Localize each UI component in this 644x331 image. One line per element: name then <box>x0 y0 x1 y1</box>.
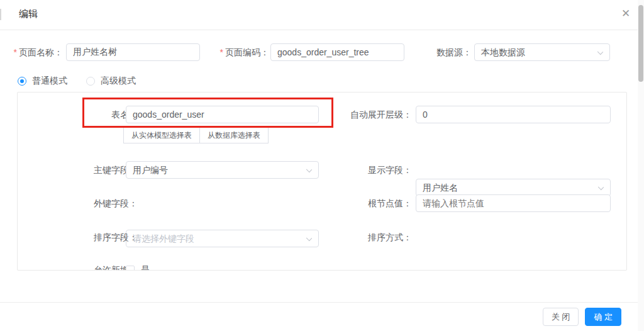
sort-order-label: 排序方式： <box>288 228 412 246</box>
sort-field-label: 排序字段： <box>17 228 138 246</box>
mode-radio-group: 普通模式 高级模式 <box>18 76 136 87</box>
auto-expand-field-wrap <box>416 106 611 123</box>
page-name-field-wrap <box>66 43 200 61</box>
radio-unselected-icon <box>86 77 95 86</box>
foreign-key-placeholder: 请选择外键字段 <box>133 233 194 244</box>
datasource-label: 数据源： <box>409 43 472 61</box>
confirm-button[interactable]: 确 定 <box>585 308 621 326</box>
foreign-key-label: 外键字段： <box>17 194 138 212</box>
page-name-input[interactable] <box>66 43 200 61</box>
page-code-input[interactable] <box>270 43 404 61</box>
footer-divider <box>0 302 644 303</box>
auto-expand-input[interactable] <box>416 106 611 123</box>
checkbox-icon[interactable] <box>126 266 135 271</box>
normal-mode-panel: 表名： 自动展开层级： 从实体模型选择表 从数据库选择表 主键字段： 用户编号 … <box>17 92 627 271</box>
datasource-value: 本地数据源 <box>481 47 525 57</box>
radio-selected-icon <box>18 77 26 86</box>
allow-add-label: 允许新增： <box>17 261 138 271</box>
dialog-title: 编辑 <box>19 8 38 20</box>
page-code-label: 页面编码： <box>201 43 269 61</box>
display-field-label: 显示字段： <box>288 161 412 179</box>
vertical-scrollbar-thumb[interactable] <box>638 5 643 82</box>
select-from-db-button[interactable]: 从数据库选择表 <box>199 127 269 143</box>
radio-normal-mode[interactable]: 普通模式 <box>18 76 67 87</box>
left-edge-artifact <box>0 9 1 20</box>
root-node-input[interactable] <box>416 194 611 212</box>
close-button[interactable]: 关 闭 <box>543 308 579 326</box>
footer: 关 闭 确 定 <box>0 308 638 326</box>
radio-normal-mode-label: 普通模式 <box>32 76 67 87</box>
table-name-label: 表名： <box>17 106 138 123</box>
page-name-label: 页面名称： <box>0 43 63 61</box>
display-field-value: 用户姓名 <box>423 182 458 193</box>
table-select-buttons: 从实体模型选择表 从数据库选择表 <box>123 127 269 143</box>
chevron-down-icon <box>598 184 604 190</box>
radio-advanced-mode[interactable]: 高级模式 <box>86 76 136 87</box>
close-icon[interactable]: ✕ <box>619 7 633 20</box>
page-code-field-wrap <box>270 43 404 61</box>
allow-add-field: 是 <box>126 261 150 271</box>
allow-add-option-label: 是 <box>141 264 150 271</box>
chevron-down-icon <box>597 49 603 55</box>
header-divider <box>0 30 644 30</box>
radio-advanced-mode-label: 高级模式 <box>101 76 136 87</box>
primary-key-value: 用户编号 <box>133 165 168 175</box>
select-from-entity-button[interactable]: 从实体模型选择表 <box>123 127 200 143</box>
auto-expand-label: 自动展开层级： <box>288 106 412 123</box>
root-node-label: 根节点值： <box>288 194 412 212</box>
root-node-field-wrap <box>416 194 611 212</box>
primary-key-label: 主键字段： <box>17 161 138 179</box>
datasource-select[interactable]: 本地数据源 <box>474 43 610 61</box>
display-field-select[interactable]: 用户姓名 <box>416 179 611 196</box>
